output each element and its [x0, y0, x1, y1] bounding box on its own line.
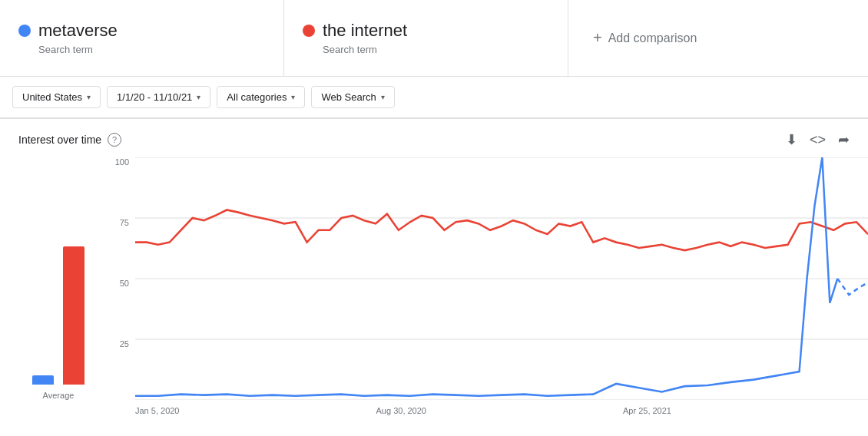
chart-svg — [135, 157, 868, 400]
y-label-50: 50 — [104, 279, 129, 288]
term2-label: the internet — [323, 21, 407, 41]
plus-icon: + — [593, 29, 602, 47]
date-chevron: ▾ — [197, 93, 200, 101]
download-icon[interactable]: ⬇ — [786, 131, 797, 148]
main-chart: 100 75 50 25 — [104, 157, 868, 418]
header: metaverse Search term the internet Searc… — [0, 0, 868, 77]
internet-line — [135, 210, 868, 250]
metaverse-bar — [32, 375, 54, 385]
chart-plot — [135, 157, 868, 400]
filters-bar: United States ▾ 1/1/20 - 11/10/21 ▾ All … — [0, 77, 868, 119]
avg-label: Average — [43, 391, 75, 400]
y-label-25: 25 — [104, 339, 129, 348]
region-filter[interactable]: United States ▾ — [12, 86, 101, 108]
chart-title-area: Interest over time ? — [18, 133, 121, 147]
metaverse-line — [135, 157, 837, 396]
y-axis: 100 75 50 25 — [104, 157, 135, 400]
categories-chevron: ▾ — [291, 93, 295, 101]
term2-title: the internet — [303, 21, 549, 41]
add-comparison-button[interactable]: + Add comparison — [568, 0, 721, 76]
avg-bar-metaverse — [32, 375, 54, 385]
term2-block: the internet Search term — [284, 0, 568, 76]
region-chevron: ▾ — [87, 93, 91, 101]
metaverse-dotted — [837, 279, 868, 295]
x-label-aug2020: Aug 30, 2020 — [376, 406, 426, 415]
chart-actions: ⬇ <> ➦ — [786, 131, 850, 148]
term1-title: metaverse — [18, 21, 265, 41]
avg-bars — [32, 200, 84, 385]
chart-section: Interest over time ? ⬇ <> ➦ Average — [0, 119, 868, 418]
term1-block: metaverse Search term — [0, 0, 284, 76]
term2-subtitle: Search term — [323, 44, 549, 55]
x-axis: Jan 5, 2020 Aug 30, 2020 Apr 25, 2021 — [135, 403, 868, 418]
internet-bar — [63, 246, 84, 385]
x-label-jan2020: Jan 5, 2020 — [135, 406, 180, 415]
y-label-75: 75 — [104, 218, 129, 227]
help-icon[interactable]: ? — [108, 133, 121, 147]
region-label: United States — [22, 91, 82, 103]
term1-dot — [18, 25, 31, 37]
term2-dot — [303, 25, 315, 37]
chart-wrapper: Average 100 75 50 25 — [0, 157, 868, 418]
date-filter[interactable]: 1/1/20 - 11/10/21 ▾ — [107, 86, 210, 108]
term1-label: metaverse — [38, 21, 118, 41]
add-comparison-label: Add comparison — [608, 31, 697, 45]
search-type-label: Web Search — [321, 91, 376, 103]
embed-icon[interactable]: <> — [810, 132, 826, 148]
y-label-100: 100 — [104, 157, 129, 167]
share-icon[interactable]: ➦ — [838, 131, 850, 148]
date-label: 1/1/20 - 11/10/21 — [117, 91, 192, 103]
avg-chart: Average — [12, 157, 104, 418]
search-type-filter[interactable]: Web Search ▾ — [311, 86, 394, 108]
categories-label: All categories — [227, 91, 287, 103]
chart-title: Interest over time — [18, 134, 101, 146]
term1-subtitle: Search term — [38, 44, 265, 55]
chart-header: Interest over time ? ⬇ <> ➦ — [0, 131, 868, 157]
x-label-apr2021: Apr 25, 2021 — [623, 406, 671, 415]
avg-bar-internet — [63, 246, 84, 385]
categories-filter[interactable]: All categories ▾ — [217, 86, 305, 108]
search-type-chevron: ▾ — [381, 93, 385, 101]
